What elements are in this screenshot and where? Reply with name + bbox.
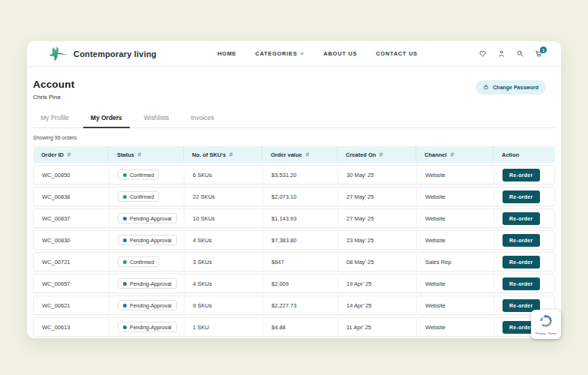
status-cell: Pending-Approval: [109, 209, 184, 227]
reorder-button[interactable]: Re-order: [502, 278, 540, 290]
change-password-button[interactable]: Change Password: [476, 80, 546, 94]
top-navbar: Contemporary living HOME CATEGORIES ABOU…: [27, 41, 561, 67]
account-user-name: Chris Pine: [33, 94, 74, 100]
action-cell: Re-order: [494, 274, 554, 292]
channel-cell: Website: [416, 231, 494, 249]
sku-count-cell: 6 SKUs: [184, 166, 262, 184]
column-header-label: Order value: [271, 152, 302, 158]
reorder-button[interactable]: Re-order: [502, 212, 540, 225]
action-cell: Re-order: [494, 166, 554, 184]
status-badge: Pending-Approval: [118, 235, 177, 245]
column-header-order-value[interactable]: Order value: [262, 146, 337, 163]
nav-item-categories[interactable]: CATEGORIES: [255, 50, 304, 57]
channel-cell: Sales Rep: [416, 253, 494, 271]
status-dot-icon: [123, 238, 127, 242]
cart-count-badge: 1: [540, 46, 547, 53]
account-tabs: My ProfileMy OrdersWishlistsInvoices: [33, 110, 555, 128]
recaptcha-badge[interactable]: Privacy - Terms: [531, 310, 561, 339]
channel-cell: Website: [416, 296, 494, 314]
order-row: WC_00721 Confirmed 3 SKUs $647 08 May' 2…: [33, 252, 555, 272]
order-row: WC_00837 Pending-Approval 10 SKUs $1,143…: [33, 208, 555, 228]
cart-icon[interactable]: 1: [535, 50, 543, 58]
nav-item-about-us[interactable]: ABOUT US: [323, 50, 357, 57]
created-on-cell: 19 Apr' 25: [338, 274, 416, 292]
created-on-cell: 14 Apr' 25: [338, 296, 416, 314]
hummingbird-logo-icon: [50, 46, 68, 62]
status-badge: Confirmed: [118, 191, 159, 202]
nav-item-home[interactable]: HOME: [218, 50, 236, 57]
main-card: Contemporary living HOME CATEGORIES ABOU…: [27, 41, 561, 338]
sort-icon: [137, 152, 142, 158]
main-nav: HOME CATEGORIES ABOUT US CONTACT US: [218, 50, 418, 57]
status-cell: Confirmed: [109, 188, 184, 206]
nav-item-label: CATEGORIES: [255, 50, 297, 57]
recaptcha-icon: [539, 314, 553, 331]
column-header-order-id[interactable]: Order ID: [33, 146, 108, 163]
search-icon[interactable]: [516, 50, 524, 58]
order-id-cell: WC_00837: [34, 209, 109, 227]
column-header-action: Action: [493, 146, 555, 163]
channel-cell: Website: [416, 166, 494, 184]
chevron-down-icon: [299, 51, 304, 56]
order-value-cell: $7,383.80: [262, 231, 338, 249]
page-title: Account: [33, 79, 74, 90]
column-header-status[interactable]: Status: [108, 146, 183, 163]
orders-count-summary: Showing 96 orders: [33, 135, 555, 140]
sku-count-cell: 10 SKUs: [184, 209, 262, 227]
status-dot-icon: [123, 260, 127, 264]
status-cell: Confirmed: [109, 253, 184, 271]
reorder-button[interactable]: Re-order: [502, 256, 540, 268]
wishlist-heart-icon[interactable]: [478, 50, 487, 58]
sort-icon: [305, 152, 310, 158]
sku-count-cell: 1 SKU: [184, 318, 262, 336]
order-row: WC_00621 Pending-Approval 9 SKUs $2,227.…: [33, 296, 555, 315]
tab-my-profile[interactable]: My Profile: [33, 110, 76, 128]
order-id-cell: WC_00838: [34, 188, 109, 206]
status-cell: Confirmed: [109, 166, 184, 184]
orders-table-body: WC_00850 Confirmed 6 SKUs $3,531.20 30 M…: [33, 165, 555, 337]
reorder-button[interactable]: Re-order: [502, 234, 540, 247]
column-header-created-on[interactable]: Created On: [337, 146, 416, 163]
order-row: WC_00657 Pending-Approval 4 SKUs $2,009 …: [33, 274, 555, 293]
action-cell: Re-order: [494, 253, 554, 271]
order-value-cell: $1,143.93: [262, 209, 338, 227]
column-header-label: Status: [117, 152, 134, 158]
column-header-channel[interactable]: Channel: [416, 146, 493, 163]
order-id-cell: WC_00721: [34, 253, 109, 271]
column-header-no-of-sku-s[interactable]: No. of SKU's: [183, 146, 262, 163]
order-row: WC_00838 Confirmed 22 SKUs $2,073.10 27 …: [33, 187, 555, 206]
status-badge: Pending-Approval: [118, 213, 177, 224]
reorder-button[interactable]: Re-order: [502, 190, 540, 203]
order-id-cell: WC_00613: [34, 318, 109, 336]
status-cell: Pending-Approval: [109, 231, 184, 249]
status-cell: Pending-Approval: [109, 274, 184, 292]
account-user-icon[interactable]: [497, 50, 506, 58]
tab-wishlists[interactable]: Wishlists: [136, 110, 177, 128]
column-header-label: Channel: [424, 152, 447, 158]
sort-icon: [67, 152, 71, 158]
channel-cell: Website: [416, 318, 494, 336]
status-badge: Pending-Approval: [118, 300, 177, 310]
order-value-cell: $2,009: [262, 274, 338, 292]
nav-item-label: CONTACT US: [376, 50, 418, 57]
sku-count-cell: 9 SKUs: [184, 296, 262, 314]
reorder-button[interactable]: Re-order: [502, 169, 540, 182]
header-actions: 1: [478, 50, 543, 58]
brand-home-link[interactable]: Contemporary living: [50, 46, 157, 62]
tab-invoices[interactable]: Invoices: [183, 110, 221, 128]
order-id-cell: WC_00830: [34, 231, 109, 249]
nav-item-label: HOME: [218, 50, 236, 57]
order-value-cell: $2,073.10: [262, 188, 338, 206]
status-cell: Pending-Approval: [109, 318, 184, 336]
status-badge: Confirmed: [118, 256, 159, 267]
sort-icon: [450, 152, 454, 158]
nav-item-contact-us[interactable]: CONTACT US: [376, 50, 418, 57]
action-cell: Re-order: [494, 231, 554, 249]
tab-my-orders[interactable]: My Orders: [83, 110, 130, 128]
status-dot-icon: [123, 217, 127, 220]
sku-count-cell: 4 SKUs: [184, 231, 262, 249]
order-value-cell: $4.88: [262, 318, 338, 336]
lock-icon: [483, 84, 489, 91]
created-on-cell: 08 May' 25: [338, 253, 416, 271]
order-id-cell: WC_00657: [34, 274, 109, 292]
